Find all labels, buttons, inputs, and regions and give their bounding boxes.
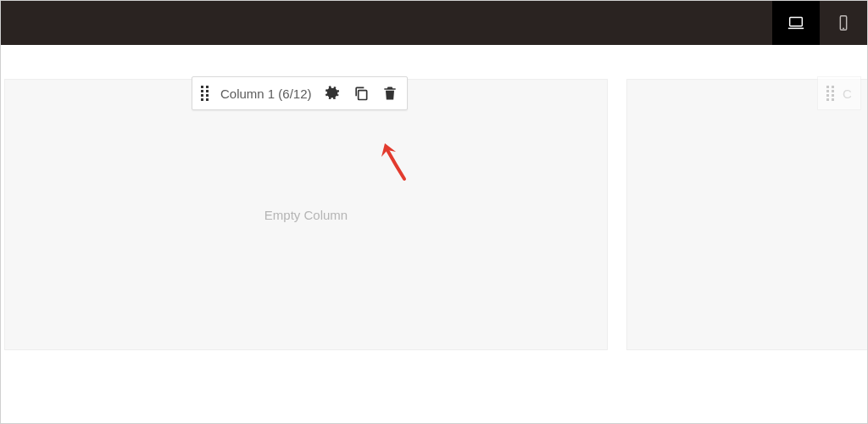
layout-canvas: Empty Column Column 1 (6/12) <box>1 45 867 423</box>
phone-icon <box>834 14 853 32</box>
copy-icon <box>353 85 370 102</box>
column-2[interactable]: C <box>626 79 867 350</box>
svg-rect-0 <box>790 18 803 26</box>
svg-rect-2 <box>358 91 366 100</box>
column-1[interactable]: Empty Column Column 1 (6/12) <box>4 79 608 350</box>
copy-button[interactable] <box>353 85 370 102</box>
desktop-view-button[interactable] <box>772 1 820 45</box>
empty-column-placeholder: Empty Column <box>264 208 348 222</box>
laptop-icon <box>787 14 805 32</box>
mobile-view-button[interactable] <box>820 1 867 45</box>
gear-icon <box>324 85 341 102</box>
trash-icon <box>381 85 398 102</box>
column-2-label-fragment: C <box>843 86 852 101</box>
column-label: Column 1 (6/12) <box>220 86 312 101</box>
settings-button[interactable] <box>324 85 341 102</box>
drag-handle[interactable] <box>201 86 209 101</box>
drag-icon <box>826 86 834 101</box>
drag-icon <box>201 86 209 101</box>
device-toolbar <box>1 1 867 45</box>
row: Empty Column Column 1 (6/12) <box>4 79 867 350</box>
column-2-toolbar: C <box>817 76 861 110</box>
column-toolbar: Column 1 (6/12) <box>192 76 408 110</box>
delete-button[interactable] <box>381 85 398 102</box>
app-frame: Empty Column Column 1 (6/12) <box>0 0 868 424</box>
